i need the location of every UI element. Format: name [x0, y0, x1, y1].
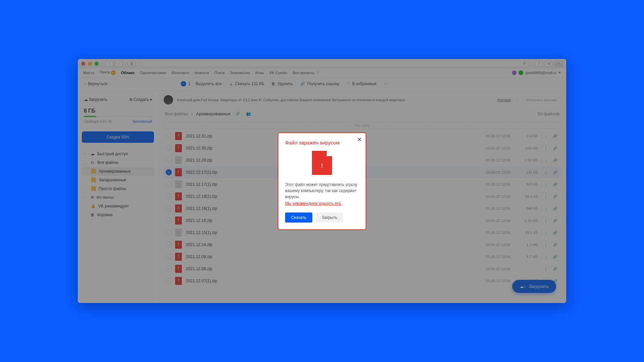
browser-window: ‹ › ▥ ⟳ ⤴ ⧉ + Mail.ru Почта @ Облако Одн…: [78, 59, 566, 303]
modal-title: Файл заражён вирусом: [285, 140, 359, 145]
modal-message: Этот файл может представлять угрозу ваше…: [285, 182, 359, 200]
modal-overlay[interactable]: ✕ Файл заражён вирусом Этот файл может п…: [78, 59, 566, 303]
infected-file-icon: [312, 151, 332, 175]
modal-download-button[interactable]: Скачать: [285, 213, 312, 223]
modal-close-button[interactable]: ✕: [357, 136, 362, 143]
modal-close-text-button[interactable]: Закрыть: [316, 213, 343, 223]
modal-delete-link[interactable]: Мы рекомендуем удалить его.: [285, 201, 359, 206]
virus-warning-modal: ✕ Файл заражён вирусом Этот файл может п…: [278, 132, 366, 230]
